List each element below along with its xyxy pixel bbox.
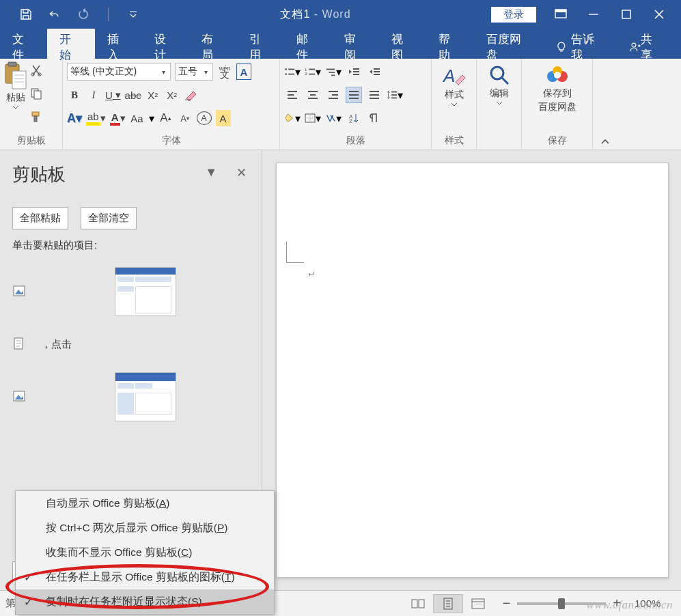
- tab-insert[interactable]: 插入: [95, 29, 142, 59]
- menu-collect-no-show[interactable]: 收集而不显示 Office 剪贴板(C): [16, 540, 274, 565]
- minimize-icon[interactable]: [585, 6, 602, 23]
- redo-icon[interactable]: [77, 8, 90, 21]
- panel-close-icon[interactable]: ✕: [236, 165, 247, 180]
- cut-icon[interactable]: [30, 64, 45, 79]
- distributed-icon[interactable]: [366, 87, 383, 103]
- paste-all-button[interactable]: 全部粘贴: [12, 207, 68, 229]
- highlight-button[interactable]: ab▾: [86, 110, 106, 126]
- subscript-button[interactable]: X2: [145, 87, 161, 103]
- clipboard-item[interactable]: ，点击: [12, 330, 249, 365]
- bullets-icon[interactable]: ▾: [284, 64, 301, 80]
- align-center-icon[interactable]: [305, 87, 321, 103]
- tab-review[interactable]: 审阅: [332, 29, 379, 59]
- underline-button[interactable]: U ▾: [105, 87, 121, 103]
- titlebar-right: 登录: [491, 6, 681, 23]
- clear-formatting-icon[interactable]: [184, 87, 199, 103]
- maximize-icon[interactable]: [618, 6, 635, 23]
- tab-references[interactable]: 引用: [237, 29, 284, 59]
- decrease-indent-icon[interactable]: [346, 64, 362, 80]
- svg-point-17: [285, 68, 287, 70]
- zoom-slider-thumb[interactable]: [558, 598, 565, 609]
- ribbon-display-icon[interactable]: [553, 6, 569, 23]
- chevron-down-icon: ▾: [201, 68, 210, 76]
- undo-icon[interactable]: [48, 8, 61, 21]
- strikethrough-button[interactable]: abc: [125, 87, 141, 103]
- margin-corner: [286, 241, 304, 263]
- svg-point-63: [554, 72, 561, 79]
- numbering-icon[interactable]: 12▾: [305, 64, 321, 80]
- borders-icon[interactable]: ▾: [305, 110, 321, 126]
- tab-home[interactable]: 开始: [47, 29, 94, 59]
- copy-icon[interactable]: [30, 87, 45, 102]
- print-layout-icon[interactable]: [433, 594, 463, 613]
- save-icon[interactable]: [19, 8, 33, 21]
- svg-rect-72: [412, 600, 417, 608]
- menu-show-status[interactable]: ✓ 复制时在任务栏附近显示状态(S): [16, 589, 274, 614]
- increase-indent-icon[interactable]: [366, 64, 383, 80]
- editing-label: 编辑: [490, 87, 509, 100]
- tab-layout[interactable]: 布局: [189, 29, 236, 59]
- font-color-button[interactable]: A▾: [110, 110, 126, 126]
- line-spacing-icon[interactable]: ▾: [387, 87, 403, 103]
- web-layout-icon[interactable]: [463, 594, 493, 613]
- svg-text:A: A: [442, 66, 455, 86]
- close-icon[interactable]: [651, 6, 667, 23]
- document-area[interactable]: ↵: [262, 150, 681, 590]
- login-button[interactable]: 登录: [491, 7, 536, 23]
- tab-view[interactable]: 视图: [379, 29, 426, 59]
- font-name-combo[interactable]: 等线 (中文正文) ▾: [67, 63, 171, 81]
- format-painter-icon[interactable]: [30, 111, 45, 126]
- page-indicator[interactable]: 第: [5, 597, 16, 610]
- character-border-icon[interactable]: A: [236, 64, 251, 80]
- grow-font-button[interactable]: A▴: [158, 110, 173, 126]
- tab-file[interactable]: 文件: [0, 29, 47, 59]
- change-case-button[interactable]: Aa: [130, 110, 145, 126]
- zoom-out-button[interactable]: −: [503, 596, 511, 611]
- tab-mailings[interactable]: 邮件: [284, 29, 331, 59]
- show-marks-icon[interactable]: [366, 110, 383, 126]
- document-page[interactable]: ↵: [276, 163, 669, 578]
- tab-help[interactable]: 帮助: [426, 29, 473, 59]
- baidu-cloud-icon: [545, 64, 570, 86]
- font-size-combo[interactable]: 五号 ▾: [175, 63, 213, 81]
- tab-baidu[interactable]: 百度网盘: [474, 29, 544, 59]
- paste-button[interactable]: 粘贴: [4, 61, 27, 109]
- align-left-icon[interactable]: [284, 87, 301, 103]
- tab-design[interactable]: 设计: [142, 29, 189, 59]
- char-shading-button[interactable]: A: [216, 110, 231, 126]
- asian-layout-icon[interactable]: ▾: [325, 110, 342, 126]
- italic-button[interactable]: I: [86, 87, 101, 103]
- editing-button[interactable]: 编辑: [481, 61, 517, 105]
- collapse-ribbon-icon[interactable]: [593, 59, 617, 150]
- panel-dropdown-icon[interactable]: ▼: [205, 165, 217, 180]
- clipboard-item[interactable]: [12, 365, 249, 435]
- save-baidu-line1: 保存到: [543, 87, 572, 100]
- shading-icon[interactable]: ▾: [284, 110, 301, 126]
- align-right-icon[interactable]: [325, 87, 342, 103]
- save-baidu-button[interactable]: 保存到 百度网盘: [526, 61, 588, 113]
- shrink-font-button[interactable]: A▾: [178, 110, 193, 126]
- share-button[interactable]: 共享: [617, 29, 681, 59]
- sort-icon[interactable]: AZ: [346, 110, 362, 126]
- clipboard-item[interactable]: [12, 260, 249, 330]
- chevron-down-icon: [12, 105, 19, 109]
- styles-button[interactable]: A 样式: [436, 61, 472, 107]
- bold-button[interactable]: B: [67, 87, 82, 103]
- paragraph-group-label: 段落: [284, 133, 427, 150]
- superscript-button[interactable]: X2: [165, 87, 180, 103]
- svg-rect-1: [555, 10, 566, 12]
- svg-rect-6: [8, 62, 16, 66]
- menu-auto-show[interactable]: 自动显示 Office 剪贴板(A): [16, 491, 274, 516]
- enclose-chars-button[interactable]: A: [197, 111, 212, 125]
- clear-all-button[interactable]: 全部清空: [81, 207, 137, 229]
- menu-taskbar-icon[interactable]: ✓ 在任务栏上显示 Office 剪贴板的图标(T): [16, 565, 274, 589]
- text-effects-button[interactable]: A▾: [67, 110, 82, 126]
- tell-me[interactable]: 告诉我: [544, 29, 617, 59]
- multilevel-list-icon[interactable]: ▾: [325, 64, 342, 80]
- qat-customize-icon[interactable]: [126, 8, 140, 21]
- menu-ctrl-c-twice[interactable]: 按 Ctrl+C 两次后显示 Office 剪贴版(P): [16, 516, 274, 540]
- chevron-down-icon: ▾: [159, 68, 167, 76]
- read-mode-icon[interactable]: [403, 594, 433, 613]
- phonetic-guide-icon[interactable]: wén文: [217, 64, 232, 80]
- justify-icon[interactable]: [346, 87, 362, 103]
